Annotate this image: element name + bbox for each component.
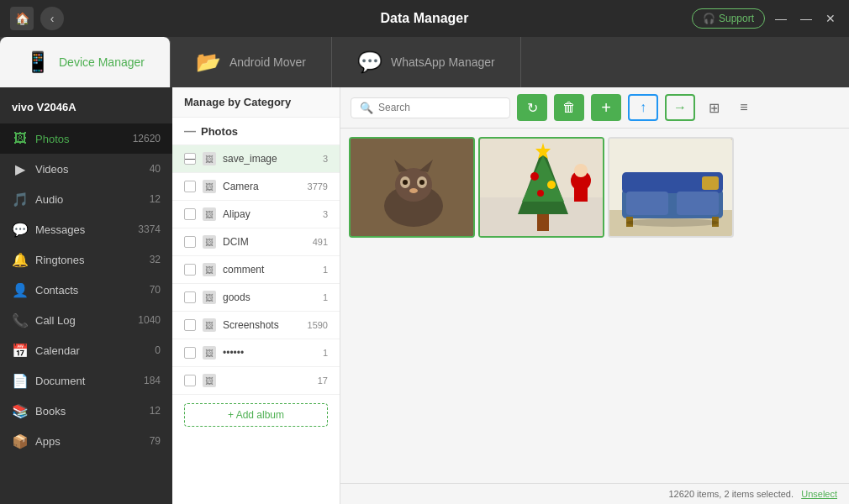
main-content: vivo V2046A 🖼 Photos 12620 ▶ Videos 40 🎵… [0, 87, 849, 504]
category-photos-root[interactable]: — Photos [172, 118, 340, 145]
blurred-checkbox[interactable] [184, 347, 196, 359]
comment-checkbox[interactable] [184, 264, 196, 276]
unselect-link[interactable]: Unselect [801, 489, 837, 499]
sidebar-item-books[interactable]: 📚 Books 12 [0, 396, 172, 426]
sidebar-item-audio[interactable]: 🎵 Audio 12 [0, 184, 172, 214]
sidebar-item-photos[interactable]: 🖼 Photos 12620 [0, 123, 172, 154]
add-icon: + [601, 98, 611, 118]
category-item-dcim[interactable]: 🖼 DCIM 491 [172, 228, 340, 256]
photo-item-couch[interactable] [608, 137, 734, 238]
category-item-screenshots[interactable]: 🖼 Screenshots 1590 [172, 312, 340, 339]
photos-icon: 🖼 [12, 130, 29, 147]
sidebar-item-contacts[interactable]: 👤 Contacts 70 [0, 275, 172, 305]
apps-icon: 📦 [12, 433, 29, 449]
goods-thumb: 🖼 [203, 291, 216, 304]
list-view-button[interactable]: ≡ [732, 94, 756, 121]
svg-rect-21 [574, 185, 588, 202]
close-button[interactable]: ✕ [822, 12, 839, 25]
sidebar-item-videos[interactable]: ▶ Videos 40 [0, 154, 172, 184]
title-bar-right: 🎧 Support — — ✕ [692, 8, 839, 29]
collapse-icon: — [184, 124, 196, 138]
title-bar-left: 🏠 ‹ [10, 7, 64, 30]
category-item-blurred[interactable]: 🖼 •••••• 1 [172, 339, 340, 367]
back-button[interactable]: ‹ [40, 7, 64, 30]
category-photos-label: Photos [201, 125, 238, 138]
device-label: vivo V2046A [0, 94, 172, 123]
camera-checkbox[interactable] [184, 181, 196, 192]
dcim-thumb: 🖼 [203, 235, 216, 249]
sidebar-item-apps[interactable]: 📦 Apps 79 [0, 426, 172, 456]
status-bar: 12620 items, 2 items selected. Unselect [340, 483, 849, 504]
category-item-save-image[interactable]: — 🖼 save_image 3 [172, 145, 340, 173]
ringtones-icon: 🔔 [12, 251, 29, 268]
support-icon: 🎧 [703, 13, 715, 24]
alipay-thumb: 🖼 [203, 207, 216, 221]
sidebar-item-document[interactable]: 📄 Document 184 [0, 365, 172, 396]
content-toolbar: 🔍 ↻ 🗑 + ↑ → ⊞ ≡ [340, 87, 849, 129]
delete-icon: 🗑 [562, 100, 576, 115]
sidebar-item-ringtones[interactable]: 🔔 Ringtones 32 [0, 244, 172, 275]
search-box: 🔍 [351, 97, 510, 118]
photo-xmas-preview [480, 139, 603, 236]
tab-whatsapp-manager[interactable]: 💬 WhatsApp Manager [332, 37, 521, 87]
unknown-thumb: 🖼 [203, 374, 216, 387]
app-title: Data Manager [381, 11, 469, 26]
tab-device-manager[interactable]: 📱 Device Manager [0, 37, 171, 87]
photo-couch-preview [609, 139, 732, 236]
svg-rect-30 [702, 176, 719, 190]
sidebar-item-calendar[interactable]: 📅 Calendar 0 [0, 335, 172, 365]
import-button[interactable]: → [665, 94, 695, 121]
delete-button[interactable]: 🗑 [554, 94, 584, 121]
couch-svg [609, 139, 734, 238]
add-album-button[interactable]: + Add album [184, 403, 328, 427]
tab-android-mover[interactable]: 📂 Android Mover [171, 37, 332, 87]
refresh-button[interactable]: ↻ [517, 94, 547, 121]
whatsapp-manager-icon: 💬 [357, 50, 382, 74]
sidebar-item-messages[interactable]: 💬 Messages 3374 [0, 214, 172, 244]
category-item-unknown[interactable]: 🖼 17 [172, 367, 340, 395]
category-item-comment[interactable]: 🖼 comment 1 [172, 256, 340, 284]
alipay-checkbox[interactable] [184, 208, 196, 220]
goods-checkbox[interactable] [184, 291, 196, 303]
title-bar: 🏠 ‹ Data Manager 🎧 Support — — ✕ [0, 0, 849, 37]
svg-point-16 [547, 181, 556, 189]
save-image-thumb: 🖼 [203, 152, 216, 165]
call-log-icon: 📞 [12, 312, 29, 328]
save-image-checkbox[interactable]: — [184, 153, 196, 165]
minimize-button[interactable]: — [772, 12, 790, 25]
svg-point-31 [626, 218, 719, 227]
screenshots-thumb: 🖼 [203, 318, 216, 332]
sidebar-item-call-log[interactable]: 📞 Call Log 1040 [0, 305, 172, 335]
svg-rect-29 [677, 192, 719, 215]
grid-icon: ⊞ [709, 100, 720, 116]
photo-item-cat[interactable] [349, 137, 475, 238]
dcim-checkbox[interactable] [184, 236, 196, 248]
document-icon: 📄 [12, 372, 29, 389]
android-mover-icon: 📂 [196, 50, 221, 74]
category-item-camera[interactable]: 🖼 Camera 3779 [172, 173, 340, 201]
grid-view-button[interactable]: ⊞ [702, 94, 725, 121]
support-button[interactable]: 🎧 Support [692, 8, 765, 29]
maximize-button[interactable]: — [797, 12, 815, 25]
svg-point-7 [403, 180, 408, 185]
search-input[interactable] [378, 102, 496, 113]
category-item-alipay[interactable]: 🖼 Alipay 3 [172, 201, 340, 228]
unknown-checkbox[interactable] [184, 375, 196, 386]
export-button[interactable]: ↑ [628, 94, 658, 121]
messages-icon: 💬 [12, 221, 29, 238]
videos-icon: ▶ [12, 160, 29, 177]
photo-grid [340, 129, 849, 483]
export-icon: ↑ [640, 100, 646, 115]
svg-rect-28 [626, 192, 668, 215]
screenshots-checkbox[interactable] [184, 319, 196, 331]
add-button[interactable]: + [591, 94, 621, 121]
tab-bar: 📱 Device Manager 📂 Android Mover 💬 Whats… [0, 37, 849, 87]
category-item-goods[interactable]: 🖼 goods 1 [172, 284, 340, 312]
svg-point-17 [537, 190, 544, 197]
camera-thumb: 🖼 [203, 180, 216, 193]
category-panel: Manage by Category — Photos — 🖼 save_ima… [172, 87, 340, 504]
home-button[interactable]: 🏠 [10, 7, 34, 30]
svg-point-8 [419, 180, 424, 185]
device-manager-icon: 📱 [25, 50, 50, 74]
photo-item-xmas[interactable] [478, 137, 604, 238]
